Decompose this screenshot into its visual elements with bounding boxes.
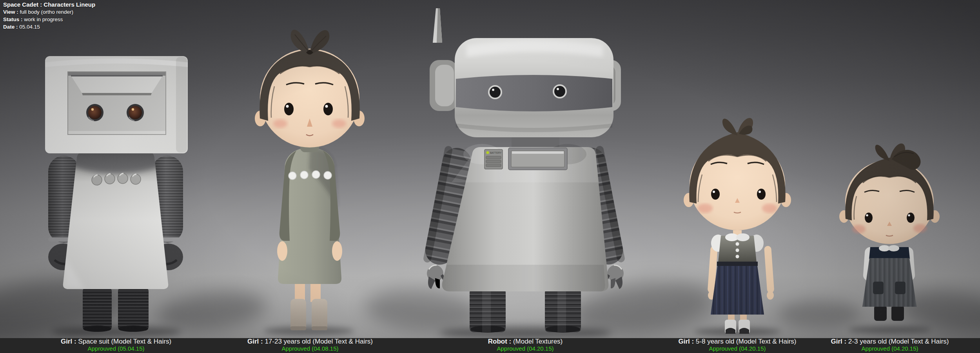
caption-text: (Model Textures) [513,338,563,345]
caption-text: 2-3 years old (Model Text & Hairs) [848,338,949,345]
c5-skirt [862,258,916,307]
c3-eye-right [553,84,567,98]
sheet-header: Space Cadet : Characters Lineup View : f… [3,1,95,31]
c2-hand-left [277,241,287,261]
c5-boots [874,304,904,321]
caption-text: 17-23 years old (Model Text & Hairs) [265,338,373,345]
c3-head [455,38,613,137]
c2-eye-left [284,103,294,115]
date-value: 05.04.15 [19,24,40,30]
c5-dress [862,245,916,307]
caption-robot: Robot : (Model Textures) Approuved (04.2… [488,337,563,353]
render-girl-space-suit [37,53,194,333]
c3-chest-panel [508,148,567,170]
date-label: Date : [3,24,18,30]
caption-label: Girl : [61,338,76,345]
c2-dress [278,149,341,284]
c2-hand-right [332,241,342,261]
approval-status: Approuved (05.04.15) [87,345,144,352]
c5-blush-left [852,225,866,233]
caption-text: Space suit (Model Text & Hairs) [78,338,171,345]
approval-status: Approuved (04.20.15) [861,345,918,352]
caption-label: Girl : [247,338,263,345]
c3-body: BATTERY [442,144,609,291]
c1-visor [71,76,163,93]
caption-label: Girl : [831,338,846,345]
c3-battery-led [486,151,489,154]
approval-status: Approuved (04.08.15) [281,345,338,352]
view-value: full body (ortho render) [20,9,74,15]
contact-shadow-girl-2-3 [849,326,931,333]
view-row: View : full body (ortho render) [3,8,95,16]
c3-battery-label: BATTERY [490,151,502,154]
c4-eye-right [757,189,766,200]
c5-collar [879,245,890,251]
c1-boots [83,287,149,332]
status-label: Status : [3,16,23,22]
c4-blush-right [762,204,777,213]
render-robot: BATTERY [423,6,627,333]
c5-blush-right [913,224,927,233]
c1-box-head [45,56,188,153]
c3-battery-panel: BATTERY [485,149,503,169]
c2-eye-right [323,103,333,115]
c4-eye-left [711,189,720,200]
caption-girl-space-suit: Girl : Space suit (Model Text & Hairs) A… [61,337,171,353]
c3-visor-band [456,75,612,111]
caption-girl-17-23: Girl : 17-23 years old (Model Text & Hai… [247,337,373,353]
caption-label: Girl : [678,338,694,345]
status-row: Status : work in progress [3,16,95,23]
caption-text: 5-8 years old (Model Text & Hairs) [696,338,797,345]
c4-dress [711,230,764,315]
caption-girl-2-3: Girl : 2-3 years old (Model Text & Hairs… [831,337,949,353]
c5-eye-left [865,213,873,223]
caption-girl-5-8: Girl : 5-8 years old (Model Text & Hairs… [678,337,796,353]
approval-status: Approuved (04.20.15) [497,345,554,352]
render-girl-2-3 [837,129,943,326]
c1-suit-body [62,138,171,289]
caption-label: Robot : [488,338,511,345]
render-girl-17-23 [251,20,368,331]
c4-legs [725,312,750,334]
c3-eye-left [488,85,502,99]
c3-legs [470,288,581,333]
c1-eye-right [127,104,144,121]
status-value: work in progress [24,16,63,22]
sheet-title: Space Cadet : Characters Lineup [3,1,95,8]
render-girl-5-8 [680,108,802,335]
c2-blush-left [273,119,287,128]
lineup-sheet: BATTERY [0,0,980,353]
c1-eye-left [86,104,103,121]
view-label: View : [3,9,18,15]
c4-blush-left [698,204,713,213]
c5-eye-right [907,213,915,223]
date-row: Date : 05.04.15 [3,23,95,31]
approval-status: Approuved (04.20.15) [709,345,766,352]
c2-blush-right [332,119,346,128]
